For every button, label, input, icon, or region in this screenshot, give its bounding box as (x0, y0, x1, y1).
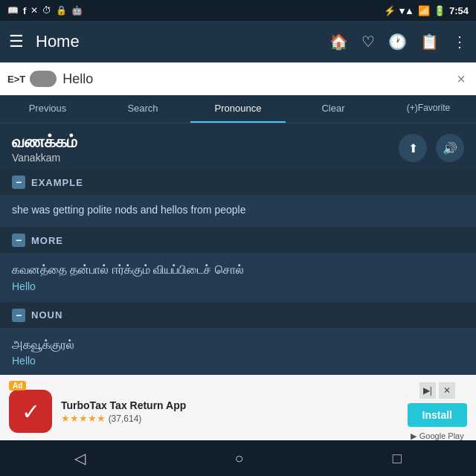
tab-pronounce[interactable]: Pronounce (190, 95, 286, 123)
search-bar: E>T × (0, 62, 476, 95)
bluetooth-icon: ⚡ (384, 5, 396, 16)
ad-rating: (37,614) (109, 414, 142, 424)
ad-close-button[interactable]: ✕ (439, 382, 455, 399)
audio-button[interactable]: 🔊 (436, 134, 464, 162)
ad-skip-forward-button[interactable]: ▶| (419, 382, 436, 399)
example-text: she was getting polite nods and hellos f… (12, 204, 245, 216)
tamil-translation: வணக்கம் (12, 132, 399, 152)
tab-search[interactable]: Search (95, 95, 190, 123)
tab-previous[interactable]: Previous (0, 95, 95, 123)
ad-info: TurboTax Tax Return App ★★★★★ (37,614) (61, 399, 399, 424)
transliteration: Vanakkam (12, 152, 399, 164)
ad-skip-controls: ▶| ✕ (419, 382, 455, 399)
example-section: − EXAMPLE she was getting polite nods an… (0, 170, 476, 228)
tab-clear[interactable]: Clear (286, 95, 381, 123)
clear-search-icon[interactable]: × (454, 68, 469, 91)
time-display: 7:54 (449, 5, 469, 16)
google-play-label: ▶ Google Play (411, 431, 464, 441)
status-bar: 📖 f ✕ ⏱ 🔒 🤖 ⚡ ▾▲ 📶 🔋 7:54 (0, 0, 476, 21)
status-right-icons: ⚡ ▾▲ 📶 🔋 7:54 (384, 5, 469, 16)
language-indicator[interactable]: E>T (7, 71, 57, 87)
google-play-text: Google Play (419, 431, 464, 440)
noun-section-header[interactable]: − NOUN (0, 303, 476, 328)
example-section-title: EXAMPLE (31, 177, 83, 188)
status-left-icons: 📖 f ✕ ⏱ 🔒 🤖 (7, 5, 83, 16)
clipboard-icon[interactable]: 📋 (420, 33, 439, 51)
translation-words: வணக்கம் Vanakkam (12, 132, 399, 164)
noun-collapse-icon[interactable]: − (12, 309, 25, 322)
bottom-nav: ◁ ○ □ (0, 440, 476, 476)
noun-section-title: NOUN (31, 309, 62, 321)
ad-label: Ad (9, 381, 26, 390)
noun-tamil-text: அகவூக்குரல் (12, 335, 464, 355)
favorite-icon[interactable]: ♡ (361, 33, 375, 51)
volume-icon: 🔊 (443, 141, 457, 155)
star-icons: ★★★★★ (61, 413, 106, 424)
lock-icon: 🔒 (56, 5, 67, 16)
signal-icon: 📶 (418, 5, 430, 16)
tab-favorite[interactable]: (+)Favorite (381, 95, 476, 123)
top-bar: ☰ Home 🏠 ♡ 🕐 📋 ⋮ (0, 21, 476, 62)
recents-button[interactable]: □ (370, 444, 424, 473)
more-options-icon[interactable]: ⋮ (452, 33, 467, 51)
more-section-title: MORE (31, 235, 63, 246)
ad-stars: ★★★★★ (37,614) (61, 413, 399, 424)
home-icon[interactable]: 🏠 (329, 33, 348, 51)
back-button[interactable]: ◁ (52, 443, 108, 473)
history-icon[interactable]: 🕐 (388, 33, 407, 51)
ad-right: ▶| ✕ Install ▶ Google Play (408, 382, 467, 441)
network-icon: ✕ (30, 5, 38, 16)
battery-icon: 🔋 (434, 5, 446, 16)
alarm-icon: ⏱ (42, 5, 51, 16)
more-link[interactable]: Hello (12, 280, 36, 292)
share-button[interactable]: ⬆ (399, 134, 427, 162)
lang-toggle-oval[interactable] (30, 71, 57, 87)
more-tamil-text: கவனத்தை தன்பால் ஈர்க்கும் வியப்பிடைச் சொ… (12, 260, 464, 280)
book-icon: 📖 (7, 5, 19, 16)
lang-label: E>T (7, 74, 25, 85)
ad-app-name: TurboTax Tax Return App (61, 399, 399, 411)
ad-logo: ✓ (9, 390, 52, 433)
google-play-icon: ▶ (411, 431, 416, 441)
tab-bar: Previous Search Pronounce Clear (+)Favor… (0, 95, 476, 123)
install-button[interactable]: Install (408, 403, 467, 427)
noun-link[interactable]: Hello (12, 355, 36, 367)
noun-section-body: அகவூக்குரல் Hello (0, 328, 476, 377)
ad-checkmark-icon: ✓ (22, 399, 40, 425)
translation-result: வணக்கம் Vanakkam ⬆ 🔊 (0, 123, 476, 170)
top-bar-action-icons: 🏠 ♡ 🕐 📋 ⋮ (329, 33, 467, 51)
more-collapse-icon[interactable]: − (12, 234, 25, 247)
example-section-header[interactable]: − EXAMPLE (0, 170, 476, 195)
android-icon: 🤖 (71, 5, 83, 16)
facebook-icon: f (23, 5, 26, 16)
translation-actions: ⬆ 🔊 (399, 134, 464, 162)
hamburger-menu-icon[interactable]: ☰ (9, 32, 24, 51)
content-area: − EXAMPLE she was getting polite nods an… (0, 170, 476, 377)
more-section-header[interactable]: − MORE (0, 228, 476, 253)
wifi-icon: ▾▲ (399, 5, 414, 16)
share-icon: ⬆ (408, 141, 418, 155)
example-collapse-icon[interactable]: − (12, 176, 25, 189)
search-input[interactable] (57, 71, 454, 87)
ad-banner: Ad ✓ TurboTax Tax Return App ★★★★★ (37,6… (0, 375, 476, 440)
noun-section: − NOUN அகவூக்குரல் Hello (0, 303, 476, 378)
home-button[interactable]: ○ (212, 444, 266, 473)
more-section-body: கவனத்தை தன்பால் ஈர்க்கும் வியப்பிடைச் சொ… (0, 253, 476, 302)
page-title: Home (36, 32, 318, 51)
example-section-body: she was getting polite nods and hellos f… (0, 195, 476, 227)
more-section: − MORE கவனத்தை தன்பால் ஈர்க்கும் வியப்பி… (0, 228, 476, 303)
